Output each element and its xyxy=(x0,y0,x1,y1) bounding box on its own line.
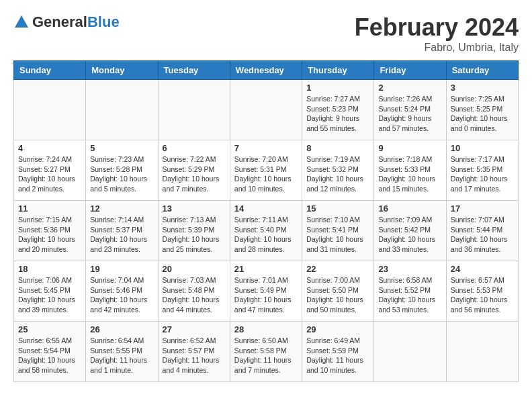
day-number: 16 xyxy=(378,203,441,214)
day-info: Sunrise: 7:11 AM Sunset: 5:40 PM Dayligh… xyxy=(234,215,298,255)
day-number: 9 xyxy=(378,143,441,153)
day-number: 14 xyxy=(234,203,298,214)
calendar-cell: 27Sunrise: 6:52 AM Sunset: 5:57 PM Dayli… xyxy=(158,322,230,382)
day-number: 15 xyxy=(306,203,369,214)
day-info: Sunrise: 7:03 AM Sunset: 5:48 PM Dayligh… xyxy=(163,275,226,315)
day-info: Sunrise: 7:10 AM Sunset: 5:41 PM Dayligh… xyxy=(306,215,369,255)
day-number: 3 xyxy=(451,83,514,93)
calendar-cell: 25Sunrise: 6:55 AM Sunset: 5:54 PM Dayli… xyxy=(14,322,86,382)
col-header-saturday: Saturday xyxy=(446,61,518,80)
day-number: 23 xyxy=(378,264,441,274)
calendar-cell xyxy=(446,322,518,382)
day-info: Sunrise: 7:26 AM Sunset: 5:24 PM Dayligh… xyxy=(378,94,441,134)
calendar-cell xyxy=(374,322,446,382)
day-number: 10 xyxy=(451,143,514,153)
calendar-cell: 29Sunrise: 6:49 AM Sunset: 5:59 PM Dayli… xyxy=(302,322,374,382)
calendar-cell: 18Sunrise: 7:06 AM Sunset: 5:45 PM Dayli… xyxy=(14,261,86,322)
day-number: 1 xyxy=(306,83,369,93)
week-row-1: 4Sunrise: 7:24 AM Sunset: 5:27 PM Daylig… xyxy=(14,140,519,201)
day-info: Sunrise: 7:17 AM Sunset: 5:35 PM Dayligh… xyxy=(451,154,514,194)
col-header-tuesday: Tuesday xyxy=(158,61,230,80)
calendar-table: SundayMondayTuesdayWednesdayThursdayFrid… xyxy=(13,60,519,382)
calendar-cell xyxy=(230,80,302,140)
calendar-cell: 13Sunrise: 7:13 AM Sunset: 5:39 PM Dayli… xyxy=(158,201,230,261)
day-number: 26 xyxy=(90,324,153,334)
subtitle: Fabro, Umbria, Italy xyxy=(355,42,519,54)
calendar-cell: 23Sunrise: 6:58 AM Sunset: 5:52 PM Dayli… xyxy=(374,261,446,322)
day-number: 20 xyxy=(163,264,226,274)
week-row-4: 25Sunrise: 6:55 AM Sunset: 5:54 PM Dayli… xyxy=(14,322,519,382)
calendar-cell: 9Sunrise: 7:18 AM Sunset: 5:33 PM Daylig… xyxy=(374,140,446,201)
day-info: Sunrise: 7:19 AM Sunset: 5:32 PM Dayligh… xyxy=(306,154,369,194)
day-number: 27 xyxy=(163,324,226,334)
calendar-cell: 11Sunrise: 7:15 AM Sunset: 5:36 PM Dayli… xyxy=(14,201,86,261)
calendar-cell: 17Sunrise: 7:07 AM Sunset: 5:44 PM Dayli… xyxy=(446,201,518,261)
logo-text: GeneralBlue xyxy=(32,13,120,31)
day-info: Sunrise: 7:06 AM Sunset: 5:45 PM Dayligh… xyxy=(18,275,81,315)
day-info: Sunrise: 7:18 AM Sunset: 5:33 PM Dayligh… xyxy=(378,154,441,194)
calendar-cell: 20Sunrise: 7:03 AM Sunset: 5:48 PM Dayli… xyxy=(158,261,230,322)
col-header-monday: Monday xyxy=(86,61,158,80)
day-info: Sunrise: 7:23 AM Sunset: 5:28 PM Dayligh… xyxy=(90,154,153,194)
day-info: Sunrise: 6:49 AM Sunset: 5:59 PM Dayligh… xyxy=(306,336,369,375)
col-header-thursday: Thursday xyxy=(302,61,374,80)
calendar-cell: 21Sunrise: 7:01 AM Sunset: 5:49 PM Dayli… xyxy=(230,261,302,322)
calendar-cell: 28Sunrise: 6:50 AM Sunset: 5:58 PM Dayli… xyxy=(230,322,302,382)
calendar-cell: 2Sunrise: 7:26 AM Sunset: 5:24 PM Daylig… xyxy=(374,80,446,140)
week-row-0: 1Sunrise: 7:27 AM Sunset: 5:23 PM Daylig… xyxy=(14,80,519,140)
week-row-3: 18Sunrise: 7:06 AM Sunset: 5:45 PM Dayli… xyxy=(14,261,519,322)
day-info: Sunrise: 6:52 AM Sunset: 5:57 PM Dayligh… xyxy=(163,336,226,375)
calendar-cell: 5Sunrise: 7:23 AM Sunset: 5:28 PM Daylig… xyxy=(86,140,158,201)
day-info: Sunrise: 7:25 AM Sunset: 5:25 PM Dayligh… xyxy=(451,94,514,134)
day-number: 22 xyxy=(306,264,369,274)
week-row-2: 11Sunrise: 7:15 AM Sunset: 5:36 PM Dayli… xyxy=(14,201,519,261)
calendar-cell: 15Sunrise: 7:10 AM Sunset: 5:41 PM Dayli… xyxy=(302,201,374,261)
col-header-wednesday: Wednesday xyxy=(230,61,302,80)
day-number: 13 xyxy=(163,203,226,214)
day-number: 6 xyxy=(163,143,226,153)
day-number: 24 xyxy=(451,264,514,274)
calendar-header-row: SundayMondayTuesdayWednesdayThursdayFrid… xyxy=(14,61,519,80)
day-info: Sunrise: 7:14 AM Sunset: 5:37 PM Dayligh… xyxy=(90,215,153,255)
day-info: Sunrise: 7:15 AM Sunset: 5:36 PM Dayligh… xyxy=(18,215,81,255)
day-info: Sunrise: 7:07 AM Sunset: 5:44 PM Dayligh… xyxy=(451,215,514,255)
calendar-cell: 10Sunrise: 7:17 AM Sunset: 5:35 PM Dayli… xyxy=(446,140,518,201)
day-info: Sunrise: 6:57 AM Sunset: 5:53 PM Dayligh… xyxy=(451,275,514,315)
day-info: Sunrise: 6:54 AM Sunset: 5:55 PM Dayligh… xyxy=(90,336,153,375)
day-number: 12 xyxy=(90,203,153,214)
title-section: February 2024 Fabro, Umbria, Italy xyxy=(355,13,519,54)
day-info: Sunrise: 7:01 AM Sunset: 5:49 PM Dayligh… xyxy=(234,275,298,315)
logo: GeneralBlue xyxy=(13,13,120,31)
calendar-cell xyxy=(14,80,86,140)
svg-marker-0 xyxy=(15,15,28,28)
day-number: 18 xyxy=(18,264,81,274)
header: GeneralBlue February 2024 Fabro, Umbria,… xyxy=(13,13,519,54)
main-title: February 2024 xyxy=(355,13,519,42)
calendar-cell: 16Sunrise: 7:09 AM Sunset: 5:42 PM Dayli… xyxy=(374,201,446,261)
calendar-cell: 3Sunrise: 7:25 AM Sunset: 5:25 PM Daylig… xyxy=(446,80,518,140)
day-info: Sunrise: 7:00 AM Sunset: 5:50 PM Dayligh… xyxy=(306,275,369,315)
calendar-cell: 6Sunrise: 7:22 AM Sunset: 5:29 PM Daylig… xyxy=(158,140,230,201)
day-info: Sunrise: 7:20 AM Sunset: 5:31 PM Dayligh… xyxy=(234,154,298,194)
day-number: 29 xyxy=(306,324,369,334)
day-info: Sunrise: 7:27 AM Sunset: 5:23 PM Dayligh… xyxy=(306,94,369,134)
day-number: 8 xyxy=(306,143,369,153)
day-info: Sunrise: 7:13 AM Sunset: 5:39 PM Dayligh… xyxy=(163,215,226,255)
day-number: 25 xyxy=(18,324,81,334)
col-header-sunday: Sunday xyxy=(14,61,86,80)
day-info: Sunrise: 7:04 AM Sunset: 5:46 PM Dayligh… xyxy=(90,275,153,315)
calendar-cell: 8Sunrise: 7:19 AM Sunset: 5:32 PM Daylig… xyxy=(302,140,374,201)
day-info: Sunrise: 6:55 AM Sunset: 5:54 PM Dayligh… xyxy=(18,336,81,375)
day-info: Sunrise: 7:22 AM Sunset: 5:29 PM Dayligh… xyxy=(163,154,226,194)
day-number: 7 xyxy=(234,143,298,153)
day-info: Sunrise: 6:58 AM Sunset: 5:52 PM Dayligh… xyxy=(378,275,441,315)
calendar-cell: 1Sunrise: 7:27 AM Sunset: 5:23 PM Daylig… xyxy=(302,80,374,140)
calendar-cell: 24Sunrise: 6:57 AM Sunset: 5:53 PM Dayli… xyxy=(446,261,518,322)
day-number: 2 xyxy=(378,83,441,93)
calendar-cell xyxy=(158,80,230,140)
day-number: 5 xyxy=(90,143,153,153)
logo-icon xyxy=(13,14,30,30)
day-number: 11 xyxy=(18,203,81,214)
day-number: 17 xyxy=(451,203,514,214)
day-number: 28 xyxy=(234,324,298,334)
